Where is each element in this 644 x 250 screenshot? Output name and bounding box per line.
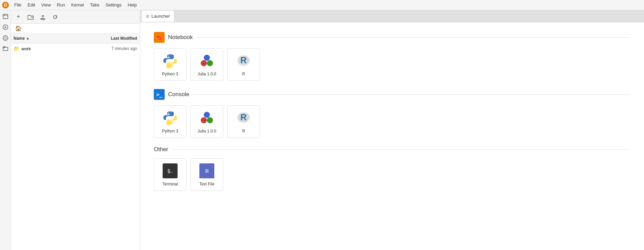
other-section-header: Other xyxy=(154,146,630,153)
tab-launcher[interactable]: ⊞ Launcher xyxy=(142,10,174,22)
svg-rect-13 xyxy=(41,19,45,20)
menu-view[interactable]: View xyxy=(38,2,53,8)
notebook-section-header: 🔖 Notebook xyxy=(154,32,630,43)
file-name-work: 📁 work xyxy=(14,46,89,51)
console-julia-label: Julia 1.0.0 xyxy=(198,129,216,133)
menu-help[interactable]: Help xyxy=(125,2,139,8)
console-python3-card[interactable]: Python 3 xyxy=(154,105,186,138)
svg-text:R: R xyxy=(241,55,247,65)
terminal-icon: $_ xyxy=(163,163,178,178)
other-items-grid: $_ Terminal ≡ Text File xyxy=(154,158,630,191)
textfile-label: Text File xyxy=(199,182,215,186)
terminal-logo: $_ xyxy=(162,163,178,179)
svg-point-18 xyxy=(207,60,213,66)
svg-point-26 xyxy=(207,117,213,123)
console-r-label: R xyxy=(242,129,245,133)
svg-point-24 xyxy=(204,112,210,118)
file-panel: + xyxy=(11,10,140,250)
name-column-header[interactable]: Name ▲ xyxy=(14,36,89,41)
launcher-panel: 🔖 Notebook xyxy=(140,22,644,250)
menu-settings[interactable]: Settings xyxy=(103,2,124,8)
notebook-r-label: R xyxy=(242,72,245,76)
sidebar-icons xyxy=(0,10,11,250)
refresh-btn[interactable] xyxy=(50,12,60,22)
app-logo: Ω xyxy=(1,1,10,9)
modified-column-header: Last Modified xyxy=(89,36,137,41)
notebook-divider xyxy=(196,37,630,38)
console-r-logo: R xyxy=(235,110,252,126)
r-logo: R xyxy=(235,53,252,69)
menu-edit[interactable]: Edit xyxy=(25,2,38,8)
menu-bar: Ω File Edit View Run Kernel Tabs Setting… xyxy=(0,0,644,10)
file-header: Name ▲ Last Modified xyxy=(11,33,140,43)
upload-btn[interactable] xyxy=(38,12,48,22)
sidebar-files-btn[interactable] xyxy=(1,12,10,21)
console-julia-logo xyxy=(199,110,215,126)
console-divider xyxy=(193,94,630,95)
notebook-kernel-grid: Python 3 Julia 1.0.0 xyxy=(154,48,630,81)
content-area: ⊞ Launcher 🔖 Notebook xyxy=(140,10,644,250)
svg-point-25 xyxy=(201,117,207,123)
home-btn[interactable]: 🏠 xyxy=(15,25,22,31)
sidebar-running-btn[interactable] xyxy=(1,22,10,32)
svg-rect-2 xyxy=(3,14,8,19)
svg-text:R: R xyxy=(241,112,247,122)
sidebar-tabs-btn[interactable] xyxy=(1,44,10,54)
file-row-work[interactable]: 📁 work 7 minutes ago xyxy=(11,43,140,54)
console-julia-card[interactable]: Julia 1.0.0 xyxy=(191,105,223,138)
textfile-logo: ≡ xyxy=(199,163,215,179)
svg-point-14 xyxy=(168,56,169,57)
textfile-card[interactable]: ≡ Text File xyxy=(191,158,223,191)
svg-point-6 xyxy=(5,37,6,38)
file-toolbar: + xyxy=(11,10,140,24)
menu-tabs[interactable]: Tabs xyxy=(87,2,102,8)
file-home-bar: 🏠 xyxy=(11,24,140,33)
console-python-logo xyxy=(162,110,178,126)
sidebar-palette-btn[interactable] xyxy=(1,33,10,43)
new-folder-btn[interactable] xyxy=(26,12,35,22)
svg-text:Ω: Ω xyxy=(4,3,7,7)
menu-run[interactable]: Run xyxy=(54,2,68,8)
notebook-section-icon: 🔖 xyxy=(154,32,165,43)
tab-launcher-icon: ⊞ xyxy=(146,14,149,19)
julia-logo xyxy=(199,53,215,69)
python-logo xyxy=(162,53,178,69)
textfile-icon: ≡ xyxy=(199,163,214,178)
notebook-julia-label: Julia 1.0.0 xyxy=(198,72,216,76)
svg-point-16 xyxy=(204,55,210,61)
file-modified-work: 7 minutes ago xyxy=(89,46,137,51)
svg-point-5 xyxy=(4,38,5,39)
new-file-btn[interactable]: + xyxy=(14,12,23,22)
svg-point-4 xyxy=(3,36,8,40)
svg-point-7 xyxy=(6,38,7,39)
console-section-header: >_ Console xyxy=(154,89,630,100)
svg-point-15 xyxy=(171,65,172,66)
console-section-icon: >_ xyxy=(154,89,165,100)
menu-file[interactable]: File xyxy=(12,2,24,8)
notebook-python3-label: Python 3 xyxy=(162,72,178,76)
tab-bar: ⊞ Launcher xyxy=(140,10,644,22)
folder-icon: 📁 xyxy=(14,46,19,51)
svg-point-17 xyxy=(201,60,207,66)
console-kernel-grid: Python 3 Julia 1.0.0 xyxy=(154,105,630,138)
notebook-julia-card[interactable]: Julia 1.0.0 xyxy=(191,48,223,81)
other-divider xyxy=(172,149,630,150)
menu-kernel[interactable]: Kernel xyxy=(68,2,87,8)
svg-point-23 xyxy=(171,122,172,123)
svg-point-22 xyxy=(168,113,169,114)
console-r-card[interactable]: R R xyxy=(227,105,260,138)
main-area: + xyxy=(0,10,644,250)
terminal-label: Terminal xyxy=(162,182,178,186)
notebook-r-card[interactable]: R R xyxy=(227,48,260,81)
svg-point-8 xyxy=(5,39,6,40)
notebook-python3-card[interactable]: Python 3 xyxy=(154,48,186,81)
terminal-card[interactable]: $_ Terminal xyxy=(154,158,186,191)
console-python3-label: Python 3 xyxy=(162,129,178,133)
